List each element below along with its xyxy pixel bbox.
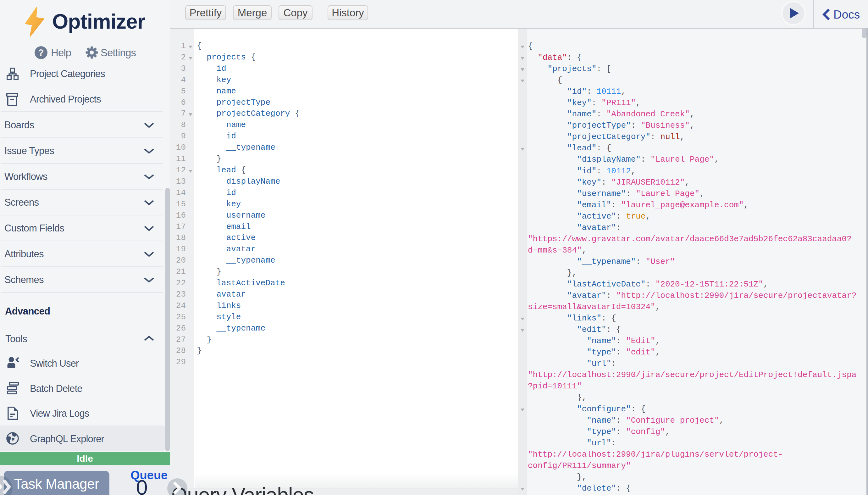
svg-text:?: ? <box>38 47 44 57</box>
